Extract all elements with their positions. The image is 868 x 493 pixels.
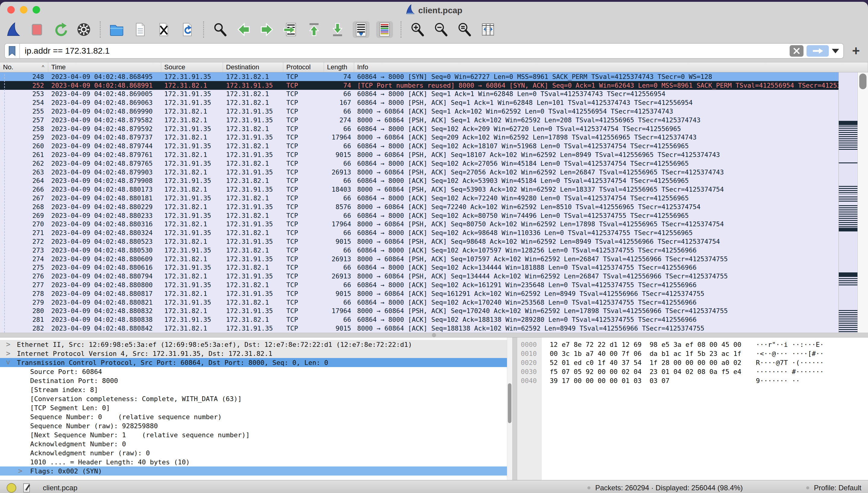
column-header-len[interactable]: Length <box>324 62 354 72</box>
packet-row[interactable]: 2662023-04-09 04:02:48.880173172.31.82.1… <box>0 185 839 194</box>
restart-capture-icon[interactable] <box>52 21 69 38</box>
expand-arrow-icon[interactable]: > <box>6 340 10 349</box>
packet-row[interactable]: 2822023-04-09 04:02:48.880842172.31.82.1… <box>0 324 839 333</box>
start-capture-icon[interactable] <box>5 21 22 38</box>
packet-row[interactable]: 2722023-04-09 04:02:48.880523172.31.82.1… <box>0 237 839 246</box>
stop-capture-icon[interactable] <box>28 21 45 38</box>
column-header-src[interactable]: Source <box>161 62 223 72</box>
packet-row[interactable]: 2482023-04-09 04:02:48.868495172.31.91.3… <box>0 72 839 81</box>
packet-row[interactable]: 2772023-04-09 04:02:48.880800172.31.91.3… <box>0 281 839 289</box>
packet-row[interactable]: 2752023-04-09 04:02:48.880616172.31.91.3… <box>0 263 839 272</box>
hex-row[interactable]: 002052 01 ed c0 1f 40 37 54 1f 28 00 00 … <box>517 358 868 367</box>
expert-info-icon[interactable] <box>7 483 16 493</box>
packet-list-scrollbar[interactable] <box>858 72 868 333</box>
resize-columns-icon[interactable] <box>479 21 496 38</box>
column-header-time[interactable]: Time <box>48 62 161 72</box>
filter-dropdown-icon[interactable] <box>832 49 839 53</box>
display-filter-input[interactable]: ip.addr == 172.31.82.1 <box>20 44 785 58</box>
clear-filter-icon[interactable] <box>790 45 803 57</box>
find-packet-icon[interactable] <box>212 21 229 38</box>
packet-row[interactable]: 2682023-04-09 04:02:48.880229172.31.82.1… <box>0 202 839 211</box>
detail-row[interactable]: Destination Port: 8000 <box>0 376 512 385</box>
packet-row[interactable]: 2522023-04-09 04:02:48.868991172.31.82.1… <box>0 81 839 90</box>
auto-scroll-icon[interactable] <box>353 21 369 38</box>
column-header-info[interactable]: Info <box>354 62 868 72</box>
packet-list-minimap[interactable] <box>839 72 858 333</box>
packet-row[interactable]: 2632023-04-09 04:02:48.879903172.31.82.1… <box>0 168 839 177</box>
column-header-no[interactable]: No.^ <box>0 62 48 72</box>
packet-row[interactable]: 2592023-04-09 04:02:48.879737172.31.82.1… <box>0 133 839 142</box>
capture-options-icon[interactable] <box>75 21 92 38</box>
hex-row[interactable]: 004039 17 00 00 00 00 01 03 03 079······… <box>517 376 868 385</box>
pane-splitter[interactable] <box>0 333 868 338</box>
packet-row[interactable]: 2582023-04-09 04:02:48.879592172.31.91.3… <box>0 125 839 133</box>
expand-arrow-icon[interactable]: > <box>18 467 22 475</box>
go-first-packet-icon[interactable] <box>306 21 323 38</box>
packet-row[interactable]: 2572023-04-09 04:02:48.879582172.31.82.1… <box>0 116 839 125</box>
packet-row[interactable]: 2532023-04-09 04:02:48.869005172.31.91.3… <box>0 90 839 99</box>
packet-row[interactable]: 2542023-04-09 04:02:48.869063172.31.91.3… <box>0 98 839 107</box>
packet-row[interactable]: 2782023-04-09 04:02:48.880817172.31.82.1… <box>0 289 839 298</box>
zoom-window-button[interactable] <box>32 6 40 14</box>
packet-row[interactable]: 2792023-04-09 04:02:48.880821172.31.91.3… <box>0 298 839 307</box>
hex-row[interactable]: 0030f5 07 05 92 00 00 02 04 23 01 04 02 … <box>517 367 868 376</box>
column-header-dst[interactable]: Destination <box>223 62 283 72</box>
expand-arrow-icon[interactable]: > <box>6 349 10 358</box>
packet-row[interactable]: 2672023-04-09 04:02:48.880181172.31.91.3… <box>0 194 839 202</box>
packet-row[interactable]: 2642023-04-09 04:02:48.879908172.31.91.3… <box>0 177 839 185</box>
save-file-icon[interactable] <box>132 21 149 38</box>
status-profile-label[interactable]: Profile: Default <box>814 484 861 492</box>
apply-filter-icon[interactable] <box>806 45 829 57</box>
reload-file-icon[interactable] <box>179 21 196 38</box>
add-filter-button-icon[interactable]: + <box>849 44 863 58</box>
packet-row[interactable]: 2732023-04-09 04:02:48.880530172.31.91.3… <box>0 246 839 255</box>
splitter-handle-icon[interactable] <box>432 333 436 337</box>
packet-row[interactable]: 2702023-04-09 04:02:48.880316172.31.82.1… <box>0 220 839 229</box>
packet-row[interactable]: 2552023-04-09 04:02:48.869990172.31.82.1… <box>0 107 839 116</box>
open-file-icon[interactable] <box>108 21 125 38</box>
packet-row[interactable]: 2812023-04-09 04:02:48.880838172.31.91.3… <box>0 315 839 324</box>
go-forward-icon[interactable] <box>259 21 276 38</box>
close-file-icon[interactable] <box>155 21 172 38</box>
go-last-packet-icon[interactable] <box>329 21 346 38</box>
detail-row[interactable]: [Conversation completeness: Complete, WI… <box>0 394 512 403</box>
detail-scrollbar-thumb[interactable] <box>508 383 512 423</box>
zoom-in-icon[interactable] <box>409 21 426 38</box>
detail-row[interactable]: Acknowledgment Number: 0 <box>0 440 512 448</box>
detail-row[interactable]: Acknowledgment number (raw): 0 <box>0 448 512 457</box>
detail-row[interactable]: >Ethernet II, Src: 12:69:98:e5:3a:ef (12… <box>0 340 512 349</box>
packet-row[interactable]: 2762023-04-09 04:02:48.880794172.31.82.1… <box>0 272 839 281</box>
go-to-packet-icon[interactable] <box>282 21 299 38</box>
hex-row[interactable]: 001000 3c 1b a7 40 00 7f 06 da b1 ac 1f … <box>517 349 868 358</box>
zoom-reset-icon[interactable] <box>456 21 473 38</box>
pane-vertical-divider[interactable] <box>512 338 517 480</box>
colorize-packets-icon[interactable] <box>376 21 393 38</box>
packet-row[interactable]: 2712023-04-09 04:02:48.880324172.31.91.3… <box>0 229 839 237</box>
display-filter-field[interactable]: ip.addr == 172.31.82.1 <box>4 43 844 59</box>
packet-row[interactable]: 2742023-04-09 04:02:48.880609172.31.82.1… <box>0 255 839 263</box>
detail-row[interactable]: Sequence Number (raw): 928259880 <box>0 421 512 430</box>
packet-list-scrollbar-thumb[interactable] <box>859 73 867 89</box>
detail-row[interactable]: [Next Sequence Number: 1 (relative seque… <box>0 430 512 440</box>
go-back-icon[interactable] <box>235 21 252 38</box>
column-header-proto[interactable]: Protocol <box>283 62 324 72</box>
detail-row[interactable]: [Stream index: 8] <box>0 385 512 394</box>
packet-row[interactable]: 2622023-04-09 04:02:48.879765172.31.91.3… <box>0 159 839 168</box>
packet-row[interactable]: 2692023-04-09 04:02:48.880233172.31.91.3… <box>0 211 839 220</box>
zoom-out-icon[interactable] <box>433 21 449 38</box>
filter-bookmark-icon[interactable] <box>5 44 20 58</box>
detail-row[interactable]: >Transmission Control Protocol, Src Port… <box>0 358 512 367</box>
capture-comment-icon[interactable] <box>23 483 31 493</box>
packet-row[interactable]: 2612023-04-09 04:02:48.879761172.31.82.1… <box>0 150 839 159</box>
detail-row[interactable]: >Flags: 0x002 (SYN) <box>0 467 512 475</box>
hex-row[interactable]: 000012 e7 8e 72 22 d1 12 69 98 e5 3a ef … <box>517 340 868 349</box>
detail-row[interactable]: Source Port: 60864 <box>0 367 512 376</box>
detail-scrollbar[interactable] <box>507 338 512 480</box>
packet-row[interactable]: 2802023-04-09 04:02:48.880832172.31.82.1… <box>0 307 839 316</box>
detail-row[interactable]: Sequence Number: 0 (relative sequence nu… <box>0 412 512 421</box>
collapse-arrow-icon[interactable]: > <box>4 360 13 365</box>
detail-row[interactable]: 1010 .... = Header Length: 40 bytes (10) <box>0 457 512 467</box>
close-window-button[interactable] <box>7 6 15 14</box>
detail-row[interactable]: >Internet Protocol Version 4, Src: 172.3… <box>0 349 512 358</box>
packet-row[interactable]: 2602023-04-09 04:02:48.879744172.31.91.3… <box>0 142 839 150</box>
